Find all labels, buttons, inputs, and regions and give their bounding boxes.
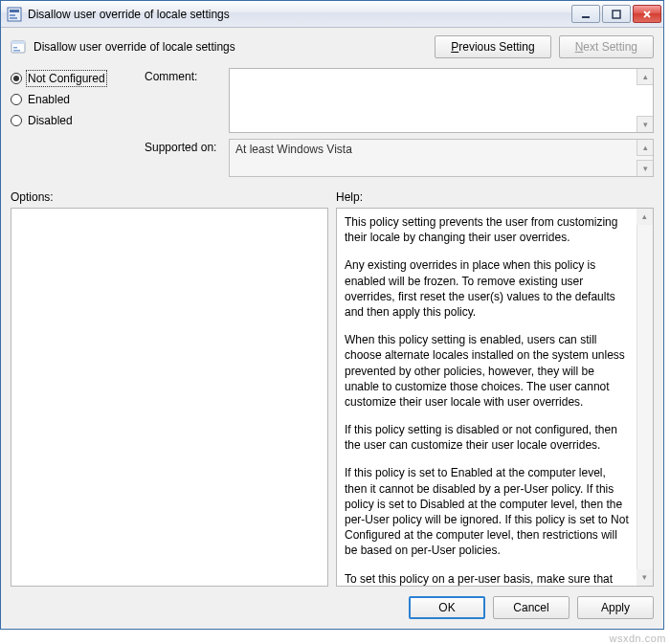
options-pane: [11, 208, 328, 587]
svg-rect-5: [613, 11, 620, 18]
svg-rect-3: [10, 17, 17, 19]
policy-setting-icon: [11, 39, 26, 55]
help-pane[interactable]: This policy setting prevents the user fr…: [336, 208, 654, 587]
svg-rect-7: [11, 41, 25, 44]
svg-rect-8: [13, 47, 17, 49]
scroll-up-icon[interactable]: ▴: [636, 69, 653, 85]
supported-on-box: At least Windows Vista ▴ ▾: [229, 139, 654, 177]
watermark: wsxdn.com: [609, 633, 666, 644]
radio-label: Not Configured: [28, 72, 105, 85]
radio-label: Enabled: [28, 93, 70, 106]
scroll-up-icon[interactable]: ▴: [636, 140, 653, 156]
scroll-down-icon[interactable]: ▾: [636, 569, 653, 586]
scrollbar[interactable]: ▴ ▾: [636, 209, 653, 586]
ok-button[interactable]: OK: [409, 596, 485, 619]
svg-rect-1: [10, 10, 19, 12]
window-title: Disallow user override of locale setting…: [28, 8, 571, 21]
titlebar[interactable]: Disallow user override of locale setting…: [1, 1, 663, 28]
policy-title: Disallow user override of locale setting…: [34, 40, 427, 54]
radio-empty-icon: [11, 115, 22, 126]
minimize-button[interactable]: [571, 5, 600, 23]
comment-textarea[interactable]: ▴ ▾: [229, 68, 654, 133]
radio-empty-icon: [11, 94, 22, 105]
help-paragraph: If this policy is set to Enabled at the …: [345, 465, 630, 558]
help-label: Help:: [336, 190, 654, 204]
scroll-down-icon[interactable]: ▾: [636, 160, 653, 176]
svg-rect-2: [10, 14, 15, 16]
radio-enabled[interactable]: Enabled: [11, 93, 127, 106]
options-label: Options:: [11, 190, 336, 204]
close-button[interactable]: [633, 5, 661, 23]
help-paragraph: To set this policy on a per-user basis, …: [345, 571, 630, 587]
comment-label: Comment:: [145, 68, 223, 83]
radio-label: Disabled: [28, 114, 73, 127]
supported-on-value: At least Windows Vista: [235, 143, 352, 156]
previous-setting-button[interactable]: Previous Setting: [435, 35, 550, 58]
svg-rect-4: [582, 16, 590, 18]
help-paragraph: Any existing overrides in place when thi…: [345, 257, 630, 320]
scroll-down-icon[interactable]: ▾: [636, 116, 653, 132]
radio-not-configured[interactable]: Not Configured: [11, 72, 127, 85]
help-paragraph: This policy setting prevents the user fr…: [345, 214, 630, 245]
policy-icon: [7, 7, 22, 22]
supported-on-label: Supported on:: [145, 139, 223, 154]
help-paragraph: If this policy setting is disabled or no…: [345, 422, 630, 453]
radio-disabled[interactable]: Disabled: [11, 114, 127, 127]
svg-rect-9: [13, 50, 20, 52]
help-paragraph: When this policy setting is enabled, use…: [345, 332, 630, 410]
apply-button[interactable]: Apply: [577, 596, 654, 619]
radio-dot-icon: [11, 73, 22, 84]
cancel-button[interactable]: Cancel: [493, 596, 570, 619]
maximize-button[interactable]: [602, 5, 631, 23]
policy-window: Disallow user override of locale setting…: [0, 0, 664, 630]
scroll-up-icon[interactable]: ▴: [636, 209, 653, 225]
next-setting-button[interactable]: Next Setting: [559, 35, 654, 58]
